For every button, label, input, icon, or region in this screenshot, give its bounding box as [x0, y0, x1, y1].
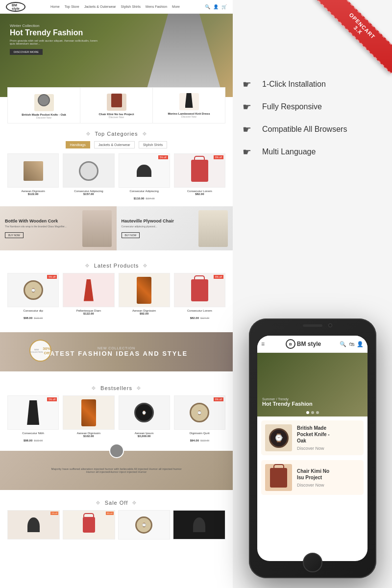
bestseller-2: ⌚ Aenean Ipsum $3,000.00: [119, 395, 170, 443]
dress-shape-0: [27, 400, 39, 425]
latest-price-0: $98.00: [24, 317, 32, 319]
cart-icon: 🛒: [221, 4, 227, 9]
feature-text-1: Fully Responsive: [262, 102, 322, 111]
click-icon-2: ☛: [243, 123, 256, 135]
bestseller-img-3: 8% off ⌚: [174, 395, 225, 430]
promo-left-btn: BUY NOW: [5, 232, 24, 238]
phone-nav: ≡ B BM style 🔍 🛍 👤: [257, 336, 368, 353]
skirt-shape: [84, 279, 94, 301]
phone-product-img-0: ⌚: [265, 424, 292, 451]
ribbon-container: OPENCART 3.X: [294, 0, 392, 98]
fashion-badge: NEW COLLECTION 30% Off: [29, 340, 51, 362]
product-img-3: 8% off: [174, 153, 225, 188]
feature-card-1: Chair Klini No Isu Project Discover Now: [80, 88, 153, 123]
promo-left-text: Bottle With Wooden Cork The Namboon sits…: [5, 219, 82, 238]
product-card-3: 8% off Consecutur Lonem $82.00: [174, 153, 225, 201]
fashion-title: LATEST FASHION IDEAS AND STYLE: [45, 350, 188, 357]
phone-hero: Summer / Trendy Hot Trendy Fashion: [257, 353, 368, 416]
sale-item-1: 8% off: [63, 510, 115, 541]
phone-product-info-1: Chair Kimi NoIsu Project Discover Now: [297, 468, 360, 488]
hero-title: Hot Trendy Fashion: [10, 28, 98, 37]
product-img-2: 5% off: [119, 153, 170, 188]
website-nav: BMstyle Home Top Store Jackets & Outerwe…: [0, 0, 233, 14]
latest-product-grid: 5% off ⌚ Consecutur dip $98.00$122.00 Pe…: [0, 273, 233, 321]
website-preview: BMstyle Home Top Store Jackets & Outerwe…: [0, 0, 233, 588]
bestseller-price-3: $94.00: [190, 439, 199, 442]
feature-item-1: ☛ Fully Responsive: [243, 101, 382, 113]
watch-circle-2: ⌚: [134, 403, 154, 422]
phone-home-button: [303, 553, 322, 572]
feature-item-3: ☛ Multi Language: [243, 146, 382, 158]
latest-card-2: Aenean Dignissim $92.00: [119, 273, 170, 321]
phone-product-name-0: British MadePocket Knife -Oak: [297, 425, 360, 444]
latest-price-3: $82.00: [190, 317, 199, 319]
sale-section: Sale Off 5% off 8% off ⌚: [0, 490, 233, 547]
phone-screen: ≡ B BM style 🔍 🛍 👤 Summer / Trendy: [257, 336, 368, 561]
nav-store: Top Store: [65, 5, 79, 8]
bestseller-img-0: 5% off: [7, 395, 59, 430]
latest-old-3: $124.00: [200, 317, 209, 319]
latest-price-2: $92.00: [119, 312, 170, 315]
bestseller-price-0: $98.00: [24, 439, 32, 442]
latest-img-0: 5% off ⌚: [7, 273, 59, 307]
product-grid: Aenean Dignissim $122.00 Consecutur Adip…: [0, 153, 233, 201]
phone-nav-icons: 🔍 🛍 👤: [340, 341, 364, 347]
promo-left-img: [82, 210, 112, 247]
product-card-0: Aenean Dignissim $122.00: [7, 153, 59, 201]
latest-card-1: Pellentesque Diam $122.00: [63, 273, 114, 321]
phone-product-1: Chair Kimi NoIsu Project Discover Now: [261, 460, 364, 495]
cat-tab-jackets[interactable]: Jackets & Outerwear: [94, 141, 135, 148]
top-categories-title: Top Categories: [0, 131, 233, 137]
phone-outer: ≡ B BM style 🔍 🛍 👤 Summer / Trendy: [249, 318, 376, 578]
product-badge-2: 5% off: [158, 155, 168, 159]
feature-card-link-2: Discover Now: [156, 115, 222, 118]
phone-dot-0: [306, 411, 309, 414]
fashion-title-block: NEW COLLECTION LATEST FASHION IDEAS AND …: [45, 346, 188, 357]
scarf-shape: [137, 277, 151, 304]
fashion-subtitle: NEW COLLECTION: [45, 346, 188, 350]
hero-banner: Winter Collection Hot Trendy Fashion Pro…: [0, 14, 233, 97]
product-img-1: [63, 153, 114, 188]
phone-product-link-1: Discover Now: [297, 483, 360, 488]
latest-card-0: 5% off ⌚ Consecutur dip $98.00$122.00: [7, 273, 59, 321]
phone-mockup: ≡ B BM style 🔍 🛍 👤 Summer / Trendy: [249, 318, 376, 578]
cat-tab-shirts[interactable]: Stylish Shirts: [139, 141, 167, 148]
bestseller-badge-0: 5% off: [47, 397, 57, 401]
latest-section: Latest Products 5% off ⌚ Consecutur dip …: [0, 253, 233, 328]
phone-product-info-0: British MadePocket Knife -Oak Discover N…: [297, 425, 360, 451]
promo-right-btn: BUY NOW: [122, 232, 140, 238]
user-icon: 👤: [213, 4, 219, 9]
promo-right-title: Hauteville Plywood Chair: [122, 219, 199, 223]
sale-grid: 5% off 8% off ⌚: [0, 510, 233, 541]
promo-right-desc: Consecutur adipiscing plywood...: [122, 225, 199, 228]
feature-card-img-0: [34, 94, 54, 111]
phone-product-name-1: Chair Kimi NoIsu Project: [297, 468, 360, 481]
bestseller-old-0: $122.00: [34, 439, 43, 442]
product-card-2: 5% off Consecutur Adipiscing $110.00$224…: [119, 153, 170, 201]
product-price-2: $110.00: [134, 197, 145, 200]
sale-img-1: 8% off: [63, 510, 115, 539]
phone-hero-title: Hot Trendy Fashion: [262, 401, 313, 407]
bestseller-3: 8% off ⌚ Dignissim Qurit $94.00$122.00: [174, 395, 225, 443]
promo-right-img: [198, 210, 228, 247]
feature-item-2: ☛ Compatible All Browsers: [243, 123, 382, 135]
phone-product-0: ⌚ British MadePocket Knife -Oak Discover…: [261, 420, 364, 455]
nav-icons: 🔍 👤 🛒: [205, 4, 227, 9]
testimonial-text: Majority have suffered alteration inject…: [41, 458, 191, 483]
cat-tab-handbags[interactable]: Handbags: [66, 141, 90, 148]
latest-title: Latest Products: [0, 263, 233, 269]
phone-product-link-0: Discover Now: [297, 446, 360, 451]
phone-logo: B BM style: [267, 339, 340, 349]
bestseller-price-1: $102.00: [63, 435, 114, 438]
promo-left-title: Bottle With Wooden Cork: [5, 219, 82, 223]
phone-menu-icon: ≡: [261, 341, 265, 347]
bestseller-img-1: [63, 395, 114, 430]
bestseller-img-2: ⌚: [119, 395, 170, 430]
feature-card-link-1: Discover Now: [83, 116, 149, 119]
bestseller-badge-3: 8% off: [214, 397, 223, 401]
hero-btn: DISCOVER MORE: [10, 49, 43, 55]
latest-card-3: 8% off Consecutur Lonem $82.00$124.00: [174, 273, 225, 321]
phone-hero-subtitle: Summer / Trendy: [262, 397, 313, 401]
bestsellers-title: Bestsellers: [0, 385, 233, 392]
phone-cart-icon: 🛍: [349, 341, 354, 347]
